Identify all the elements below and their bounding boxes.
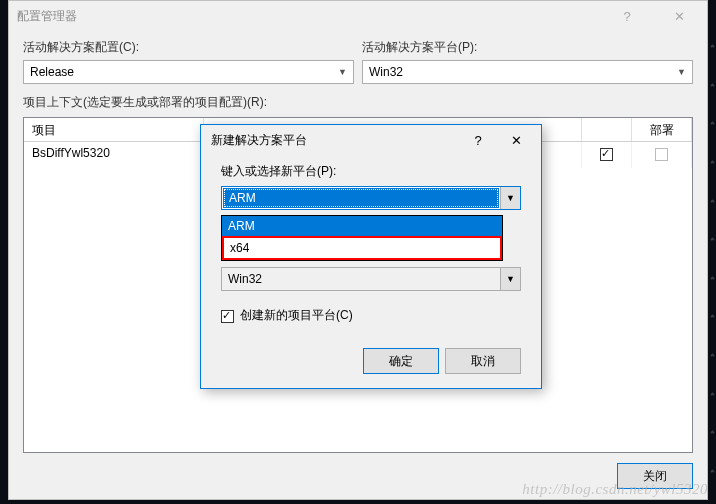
create-new-checkbox-row[interactable]: 创建新的项目平台(C) [221, 307, 521, 324]
deploy-checkbox-cell [632, 142, 692, 168]
check-icon [221, 310, 234, 323]
active-platform-value: Win32 [369, 65, 403, 79]
col-deploy: 部署 [632, 118, 692, 141]
active-config-label: 活动解决方案配置(C): [23, 39, 354, 56]
copy-from-value: Win32 [222, 272, 500, 286]
ok-button[interactable]: 确定 [363, 348, 439, 374]
decorative-ticks [710, 44, 716, 474]
platform-combobox[interactable]: ARM ▼ [221, 186, 521, 210]
chevron-down-icon: ▼ [338, 67, 347, 77]
dropdown-option-x64[interactable]: x64 [222, 236, 502, 260]
active-config-select[interactable]: Release ▼ [23, 60, 354, 84]
copy-from-combobox[interactable]: Win32 ▼ [221, 267, 521, 291]
build-checkbox-cell[interactable] [582, 142, 632, 168]
project-name-cell: BsDiffYwl5320 [24, 142, 204, 168]
col-project: 项目 [24, 118, 204, 141]
modal-title: 新建解决方案平台 [211, 132, 307, 149]
platform-selected-value: ARM [224, 189, 498, 207]
col-build [582, 118, 632, 141]
chevron-down-icon[interactable]: ▼ [500, 268, 520, 290]
platform-dropdown: ARM x64 [221, 215, 503, 261]
chevron-down-icon: ▼ [677, 67, 686, 77]
active-platform-label: 活动解决方案平台(P): [362, 39, 693, 56]
create-new-label: 创建新的项目平台(C) [240, 307, 353, 324]
active-platform-select[interactable]: Win32 ▼ [362, 60, 693, 84]
checkbox-disabled-icon [655, 148, 668, 161]
window-title: 配置管理器 [17, 8, 77, 25]
platform-input-label: 键入或选择新平台(P): [221, 163, 521, 180]
close-button[interactable]: 关闭 [617, 463, 693, 489]
titlebar: 配置管理器 ? ✕ [9, 1, 707, 31]
active-config-value: Release [30, 65, 74, 79]
context-label: 项目上下文(选定要生成或部署的项目配置)(R): [9, 88, 707, 115]
dropdown-option-arm[interactable]: ARM [222, 216, 502, 236]
cancel-button[interactable]: 取消 [445, 348, 521, 374]
new-platform-dialog: 新建解决方案平台 ? ✕ 键入或选择新平台(P): ARM ▼ ARM x64 … [200, 124, 542, 389]
close-icon[interactable]: ✕ [501, 133, 531, 148]
check-icon [600, 148, 613, 161]
help-icon[interactable]: ? [607, 9, 647, 24]
chevron-down-icon[interactable]: ▼ [500, 187, 520, 209]
help-icon[interactable]: ? [463, 133, 493, 148]
close-icon[interactable]: ✕ [659, 9, 699, 24]
